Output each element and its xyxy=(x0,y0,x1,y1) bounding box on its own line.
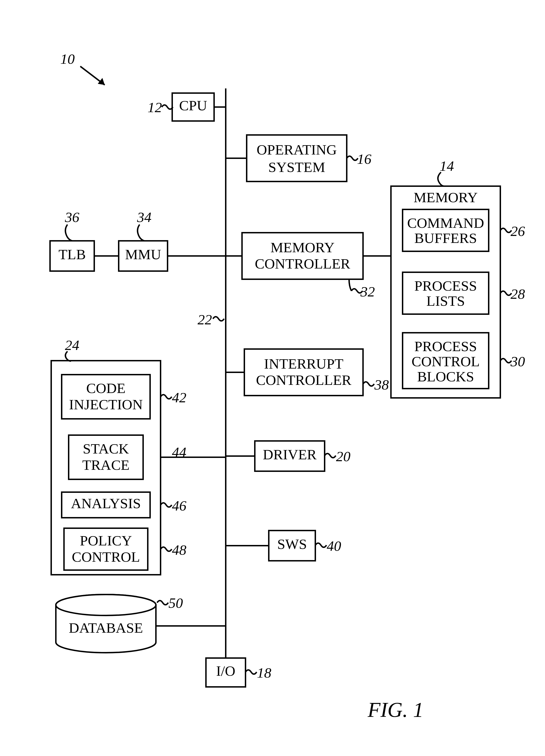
driver-ref-lead xyxy=(325,454,336,458)
cpu-ref-lead xyxy=(162,105,173,109)
pcb-label2: CONTROL xyxy=(412,353,480,369)
pcb-ref: 30 xyxy=(510,353,525,369)
policy-ref: 48 xyxy=(172,542,186,558)
analysis-block: ANALYSIS xyxy=(62,492,150,518)
driver-ref: 20 xyxy=(336,448,350,464)
tlb-ref: 36 xyxy=(65,209,79,225)
os-label2: SYSTEM xyxy=(268,159,325,175)
plist-label2: LISTS xyxy=(426,293,465,309)
mmu-label: MMU xyxy=(125,246,161,262)
intctl-label1: INTERRUPT xyxy=(264,356,343,372)
policy-block: POLICY CONTROL xyxy=(64,528,148,570)
mmu-ref-lead xyxy=(138,225,144,241)
pcb-block: PROCESS CONTROL BLOCKS xyxy=(403,333,489,389)
db-ref-lead xyxy=(157,601,168,605)
pcb-ref-lead xyxy=(500,359,511,363)
stktrace-label2: TRACE xyxy=(82,457,129,473)
bus-ref-lead xyxy=(213,317,224,321)
sws-ref-lead xyxy=(315,543,326,547)
plist-block: PROCESS LISTS xyxy=(403,272,489,314)
cmdbuf-label2: BUFFERS xyxy=(414,230,477,246)
cpu-block: CPU xyxy=(172,93,214,121)
module-ref: 24 xyxy=(65,337,79,353)
overall-ref: 10 xyxy=(60,51,75,67)
db-ref: 50 xyxy=(168,595,183,611)
memory-ref-lead xyxy=(438,172,444,186)
tlb-label: TLB xyxy=(58,246,86,262)
cmdbuf-ref: 26 xyxy=(511,223,525,239)
cpu-label: CPU xyxy=(179,97,207,113)
codeinj-ref: 42 xyxy=(172,390,186,405)
mmu-ref: 34 xyxy=(137,209,151,225)
driver-label: DRIVER xyxy=(263,447,317,462)
stktrace-block: STACK TRACE xyxy=(69,435,143,479)
intctl-ref: 38 xyxy=(374,377,389,393)
db-block: DATABASE xyxy=(56,595,156,653)
memctl-label2: CONTROLLER xyxy=(255,256,350,272)
codeinj-block: CODE INJECTION xyxy=(62,375,150,419)
cpu-ref: 12 xyxy=(148,99,162,115)
sws-label: SWS xyxy=(277,536,307,552)
intctl-label2: CONTROLLER xyxy=(256,372,352,388)
os-ref-lead xyxy=(347,156,358,160)
memctl-block: MEMORY CONTROLLER xyxy=(242,233,363,279)
sws-block: SWS xyxy=(269,531,315,561)
codeinj-label1: CODE xyxy=(86,380,126,396)
codeinj-ref-lead xyxy=(161,395,172,399)
memory-title: MEMORY xyxy=(414,189,478,205)
cmdbuf-label1: COMMAND xyxy=(407,215,484,231)
memory-ref: 14 xyxy=(440,158,454,174)
sws-ref: 40 xyxy=(327,538,341,554)
pcb-label3: BLOCKS xyxy=(417,369,474,384)
os-block: OPERATING SYSTEM xyxy=(247,135,347,181)
svg-point-18 xyxy=(56,595,156,615)
intctl-ref-lead xyxy=(363,382,374,386)
tlb-ref-lead xyxy=(65,225,72,241)
codeinj-label2: INJECTION xyxy=(69,396,143,412)
analysis-label: ANALYSIS xyxy=(71,495,141,511)
driver-block: DRIVER xyxy=(255,441,325,471)
analysis-ref: 46 xyxy=(172,498,186,514)
os-label1: OPERATING xyxy=(257,142,337,158)
mmu-block: MMU xyxy=(119,241,168,271)
memctl-label1: MEMORY xyxy=(270,239,335,255)
db-label: DATABASE xyxy=(69,620,143,636)
figure-caption: FIG. 1 xyxy=(367,698,424,721)
stktrace-ref: 44 xyxy=(172,444,186,460)
plist-ref: 28 xyxy=(511,286,525,302)
memctl-ref-lead2 xyxy=(349,279,351,291)
pcb-label1: PROCESS xyxy=(414,338,477,354)
intctl-block: INTERRUPT CONTROLLER xyxy=(244,349,363,396)
os-ref: 16 xyxy=(357,151,371,167)
policy-label1: POLICY xyxy=(80,533,132,548)
io-ref: 18 xyxy=(257,665,271,681)
overall-ref-arrow-head xyxy=(98,78,105,85)
plist-label1: PROCESS xyxy=(414,278,477,294)
policy-label2: CONTROL xyxy=(72,549,140,565)
diagram-canvas: 10 CPU 12 OPERATING SYSTEM 16 MEMORY 14 … xyxy=(0,0,545,756)
io-block: I/O xyxy=(206,658,246,687)
bus-ref: 22 xyxy=(198,312,212,327)
cmdbuf-block: COMMAND BUFFERS xyxy=(403,209,489,251)
io-ref-lead xyxy=(246,670,257,674)
cmdbuf-ref-lead xyxy=(500,228,511,232)
tlb-block: TLB xyxy=(50,241,94,271)
analysis-ref-lead xyxy=(161,503,172,507)
plist-ref-lead xyxy=(500,291,511,295)
stktrace-label1: STACK xyxy=(83,441,129,457)
policy-ref-lead xyxy=(161,547,172,551)
io-label: I/O xyxy=(216,663,235,679)
